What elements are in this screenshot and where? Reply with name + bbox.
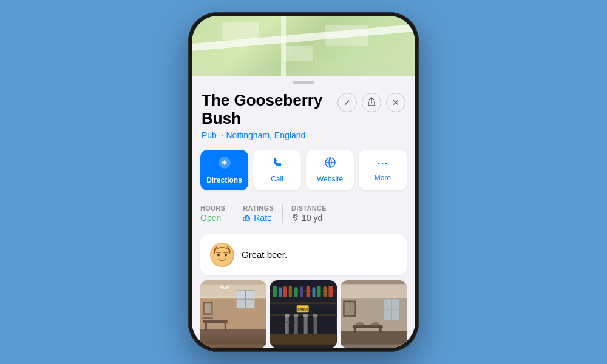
location-pin-icon [291, 214, 299, 221]
review-text: Great beer. [242, 249, 287, 260]
more-button[interactable]: ··· More [359, 150, 407, 190]
svg-point-4 [225, 253, 227, 256]
sheet-handle-area [192, 76, 415, 84]
svg-point-46 [313, 314, 318, 317]
review-card: Great beer. [200, 234, 407, 275]
svg-rect-8 [200, 296, 266, 298]
svg-rect-15 [205, 323, 207, 332]
ratings-value[interactable]: Rate [243, 213, 274, 223]
share-icon [367, 97, 376, 109]
svg-rect-37 [285, 315, 289, 337]
distance-info: DISTANCE 10 yd [291, 204, 327, 223]
website-icon [324, 157, 336, 172]
svg-point-64 [371, 322, 379, 327]
call-icon [271, 157, 283, 172]
svg-rect-33 [313, 287, 316, 297]
photos-strip: ICARUS [192, 280, 415, 348]
svg-text:ICARUS: ICARUS [297, 308, 309, 311]
distance-value: 10 yd [291, 213, 327, 223]
svg-rect-31 [300, 286, 304, 297]
checkmark-button[interactable]: ✓ [337, 93, 357, 112]
svg-rect-27 [279, 287, 282, 297]
checkmark-icon: ✓ [344, 98, 351, 107]
svg-rect-47 [270, 334, 336, 345]
action-buttons: Directions Call [192, 145, 415, 198]
rate-text: Rate [254, 213, 272, 223]
reviewer-avatar [210, 243, 234, 267]
svg-rect-61 [354, 328, 356, 333]
website-button[interactable]: Website [306, 150, 354, 190]
photo-bar[interactable]: ICARUS [270, 280, 336, 348]
map-background [192, 16, 415, 76]
svg-point-44 [304, 314, 308, 317]
svg-point-38 [285, 314, 290, 317]
svg-rect-52 [341, 296, 407, 298]
photo-interior[interactable] [200, 280, 266, 348]
place-category: Pub [202, 130, 217, 140]
more-label: More [375, 174, 391, 182]
more-icon: ··· [377, 158, 388, 170]
call-button[interactable]: Call [253, 150, 301, 190]
svg-rect-26 [273, 286, 277, 297]
bottom-sheet: The Gooseberry Bush Pub · Nottingham, En… [192, 84, 415, 348]
svg-rect-30 [294, 287, 298, 297]
svg-rect-51 [341, 284, 407, 296]
svg-rect-34 [317, 286, 321, 297]
directions-label: Directions [206, 176, 242, 184]
hours-info: HOURS Open [200, 204, 234, 223]
place-location: Nottingham, England [226, 130, 305, 140]
place-subtitle: Pub · Nottingham, England [202, 130, 337, 140]
photo-room[interactable] [341, 280, 407, 348]
share-button[interactable] [362, 93, 381, 112]
svg-rect-42 [294, 322, 299, 323]
place-name: The Gooseberry Bush [202, 92, 337, 128]
place-header: The Gooseberry Bush Pub · Nottingham, En… [192, 84, 415, 145]
svg-rect-39 [285, 322, 290, 323]
hours-value: Open [200, 213, 225, 223]
svg-rect-32 [307, 286, 310, 297]
svg-rect-21 [205, 303, 211, 313]
svg-rect-17 [202, 317, 213, 319]
svg-rect-16 [225, 323, 226, 332]
svg-rect-24 [270, 302, 336, 304]
svg-rect-62 [379, 328, 381, 333]
phone-screen: The Gooseberry Bush Pub · Nottingham, En… [192, 16, 415, 348]
hours-label: HOURS [200, 204, 225, 212]
ratings-label: RATINGS [243, 204, 274, 212]
svg-rect-53 [341, 331, 407, 345]
close-button[interactable]: ✕ [386, 93, 405, 112]
svg-rect-36 [329, 286, 333, 297]
phone-frame: The Gooseberry Bush Pub · Nottingham, En… [188, 12, 419, 352]
close-icon: ✕ [392, 98, 399, 107]
thumbs-up-icon [243, 214, 251, 222]
place-title-area: The Gooseberry Bush Pub · Nottingham, En… [202, 92, 337, 140]
website-label: Website [317, 175, 343, 183]
ratings-info: RATINGS Rate [243, 204, 283, 223]
svg-point-63 [356, 322, 364, 327]
svg-rect-25 [270, 314, 336, 316]
svg-point-41 [294, 314, 299, 317]
divider-2 [200, 229, 407, 229]
svg-rect-14 [203, 320, 228, 323]
directions-icon [218, 156, 231, 173]
svg-rect-28 [283, 286, 287, 297]
header-buttons: ✓ ✕ [337, 93, 405, 112]
svg-rect-29 [289, 286, 292, 297]
call-label: Call [271, 175, 283, 183]
svg-rect-45 [314, 315, 317, 337]
svg-rect-9 [200, 329, 266, 345]
svg-rect-40 [294, 315, 298, 337]
directions-button[interactable]: Directions [200, 150, 248, 190]
svg-rect-7 [200, 284, 266, 297]
svg-rect-43 [304, 315, 308, 337]
svg-rect-35 [324, 286, 327, 297]
info-row: HOURS Open RATINGS Rate DIS [192, 198, 415, 229]
svg-rect-59 [345, 302, 354, 315]
distance-label: DISTANCE [291, 204, 327, 212]
svg-point-3 [217, 253, 220, 256]
